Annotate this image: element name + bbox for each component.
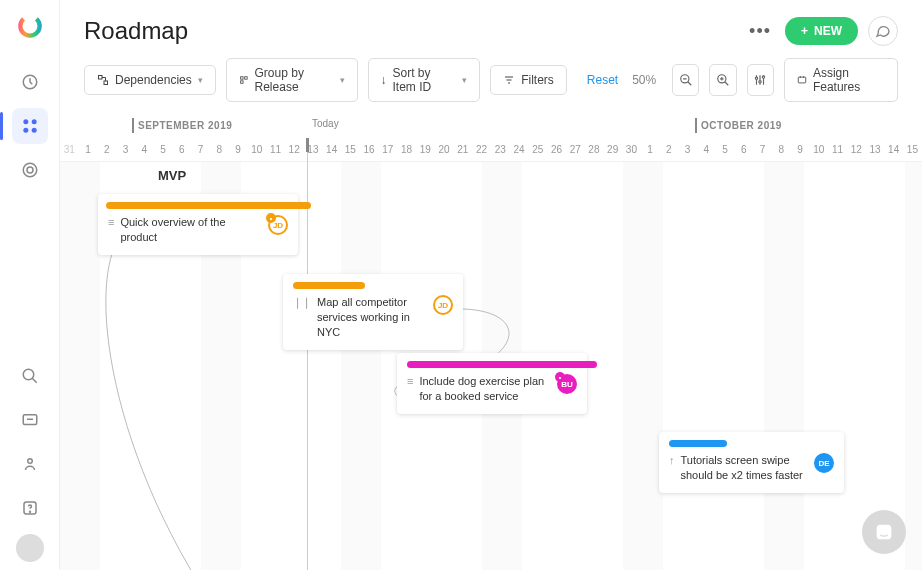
chat-icon[interactable] xyxy=(868,16,898,46)
day-6: 6 xyxy=(734,138,753,161)
day-10: 10 xyxy=(247,138,266,161)
people-icon[interactable] xyxy=(12,446,48,482)
day-23: 23 xyxy=(491,138,510,161)
day-1: 1 xyxy=(641,138,660,161)
assign-features-button[interactable]: Assign Features xyxy=(784,58,898,102)
card-bar xyxy=(106,202,311,209)
filters-button[interactable]: Filters xyxy=(490,65,567,95)
card-bar xyxy=(293,282,365,289)
card-bar xyxy=(407,361,597,368)
card-tutorials-swipe[interactable]: ↑ Tutorials screen swipe should be x2 ti… xyxy=(659,432,844,493)
svg-point-8 xyxy=(23,369,34,380)
card-bar xyxy=(669,440,727,447)
nav-dashboard-icon[interactable] xyxy=(12,64,48,100)
card-title: Quick overview of the product xyxy=(120,215,258,245)
day-15: 15 xyxy=(903,138,922,161)
card-map-competitor[interactable]: ❘❘ Map all competitor services working i… xyxy=(283,274,463,350)
today-label: Today xyxy=(312,118,339,129)
filter-icon xyxy=(503,74,515,86)
sort-by-dropdown[interactable]: ↓Sort by Item ID▾ xyxy=(368,58,481,102)
day-16: 16 xyxy=(360,138,379,161)
day-13: 13 xyxy=(866,138,885,161)
intercom-launcher[interactable] xyxy=(862,510,906,554)
day-6: 6 xyxy=(172,138,191,161)
help-icon[interactable] xyxy=(12,490,48,526)
svg-rect-16 xyxy=(244,77,246,79)
day-12: 12 xyxy=(847,138,866,161)
day-21: 21 xyxy=(453,138,472,161)
nav-roadmap-icon[interactable] xyxy=(12,108,48,144)
settings-button[interactable] xyxy=(747,64,774,96)
card-dog-exercise[interactable]: ≡ Include dog exercise plan for a booked… xyxy=(397,353,587,414)
svg-rect-23 xyxy=(798,77,805,83)
list-icon: ≡ xyxy=(108,216,114,228)
svg-rect-13 xyxy=(99,76,103,80)
svg-point-10 xyxy=(27,459,32,464)
assignee-avatar[interactable]: •BU xyxy=(557,374,577,394)
plus-icon: + xyxy=(801,24,808,38)
day-14: 14 xyxy=(322,138,341,161)
card-title: Map all competitor services working in N… xyxy=(317,295,423,340)
svg-point-21 xyxy=(759,81,761,83)
list-icon: ≡ xyxy=(407,375,413,387)
month-label-october: OCTOBER 2019 xyxy=(701,120,782,131)
day-19: 19 xyxy=(416,138,435,161)
svg-point-2 xyxy=(23,119,28,124)
messages-icon[interactable] xyxy=(12,402,48,438)
day-14: 14 xyxy=(884,138,903,161)
day-7: 7 xyxy=(753,138,772,161)
dependencies-dropdown[interactable]: Dependencies▾ xyxy=(84,65,216,95)
assignee-avatar[interactable]: JD xyxy=(433,295,453,315)
chevron-down-icon: ▾ xyxy=(340,75,345,85)
pause-icon: ❘❘ xyxy=(293,296,311,309)
day-9: 9 xyxy=(229,138,248,161)
day-8: 8 xyxy=(210,138,229,161)
svg-point-7 xyxy=(27,167,33,173)
arrow-up-icon: ↑ xyxy=(669,454,675,466)
assignee-avatar[interactable]: DE xyxy=(814,453,834,473)
reset-zoom-link[interactable]: Reset xyxy=(587,73,618,87)
day-2: 2 xyxy=(97,138,116,161)
day-11: 11 xyxy=(828,138,847,161)
day-27: 27 xyxy=(566,138,585,161)
svg-point-5 xyxy=(31,128,36,133)
user-avatar[interactable] xyxy=(16,534,44,562)
day-30: 30 xyxy=(622,138,641,161)
dependencies-icon xyxy=(97,74,109,86)
day-17: 17 xyxy=(378,138,397,161)
group-by-dropdown[interactable]: Group by Release▾ xyxy=(226,58,358,102)
day-24: 24 xyxy=(510,138,529,161)
zoom-level: 50% xyxy=(632,73,656,87)
day-4: 4 xyxy=(135,138,154,161)
chevron-down-icon: ▾ xyxy=(198,75,203,85)
day-4: 4 xyxy=(697,138,716,161)
day-10: 10 xyxy=(809,138,828,161)
svg-point-12 xyxy=(29,511,30,512)
day-26: 26 xyxy=(547,138,566,161)
day-22: 22 xyxy=(472,138,491,161)
svg-point-22 xyxy=(763,76,765,78)
app-logo[interactable] xyxy=(16,12,44,40)
new-button[interactable]: +NEW xyxy=(785,17,858,45)
day-5: 5 xyxy=(716,138,735,161)
day-29: 29 xyxy=(603,138,622,161)
day-18: 18 xyxy=(397,138,416,161)
timeline[interactable]: SEPTEMBER 2019 OCTOBER 2019 Today 311234… xyxy=(60,116,922,570)
day-scale: 3112345678910111213141516171819202122232… xyxy=(60,138,922,162)
day-3: 3 xyxy=(678,138,697,161)
nav-target-icon[interactable] xyxy=(12,152,48,188)
page-title: Roadmap xyxy=(84,17,749,45)
zoom-in-button[interactable] xyxy=(709,64,736,96)
day-11: 11 xyxy=(266,138,285,161)
svg-point-3 xyxy=(31,119,36,124)
more-menu-icon[interactable]: ••• xyxy=(749,21,771,42)
day-20: 20 xyxy=(435,138,454,161)
assignee-avatar[interactable]: •JD xyxy=(268,215,288,235)
search-icon[interactable] xyxy=(12,358,48,394)
month-label-september: SEPTEMBER 2019 xyxy=(138,120,232,131)
card-quick-overview[interactable]: ≡ Quick overview of the product •JD xyxy=(98,194,298,255)
zoom-out-button[interactable] xyxy=(672,64,699,96)
chevron-down-icon: ▾ xyxy=(462,75,467,85)
svg-rect-15 xyxy=(240,77,242,79)
sort-icon: ↓ xyxy=(381,73,387,87)
